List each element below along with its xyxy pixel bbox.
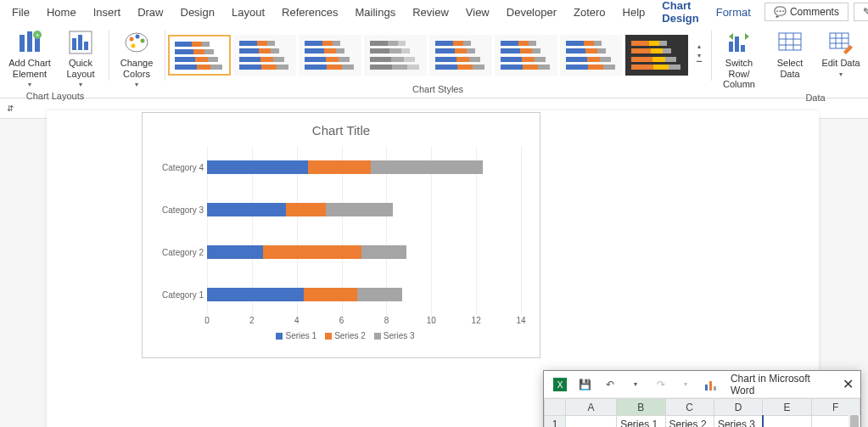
comments-label: Comments <box>790 6 839 18</box>
column-header[interactable]: C <box>665 399 714 416</box>
menu-mailings[interactable]: Mailings <box>347 2 405 23</box>
chart-bar-segment[interactable] <box>326 203 393 216</box>
data-cell[interactable]: Series 3 <box>714 416 762 428</box>
menu-design[interactable]: Design <box>172 2 223 23</box>
chart-bar-segment[interactable] <box>207 160 308 174</box>
menu-format[interactable]: Format <box>708 2 759 23</box>
menu-home[interactable]: Home <box>38 2 85 23</box>
legend-swatch <box>325 333 332 340</box>
legend-label: Series 1 <box>285 331 316 340</box>
menu-file[interactable]: File <box>3 2 38 23</box>
chart-bar-segment[interactable] <box>304 288 357 301</box>
ribbon: + Add Chart Element ▾ Quick Layout ▾ Cha… <box>0 24 868 98</box>
svg-rect-6 <box>72 38 76 50</box>
chart-x-tick: 4 <box>294 316 300 325</box>
chart-x-tick: 12 <box>472 316 481 325</box>
menu-review[interactable]: Review <box>404 2 457 23</box>
add-chart-element-button[interactable]: + Add Chart Element ▾ <box>5 27 54 90</box>
data-cell[interactable] <box>763 416 811 428</box>
svg-rect-8 <box>84 42 88 50</box>
svg-rect-16 <box>741 45 745 52</box>
select-data-button[interactable]: Select Data <box>765 27 815 81</box>
chart-style-thumb-1[interactable] <box>168 35 231 76</box>
svg-point-12 <box>141 39 145 43</box>
scrollbar-thumb[interactable] <box>850 415 859 427</box>
chart-title[interactable]: Chart Title <box>153 120 529 146</box>
svg-rect-0 <box>20 35 25 52</box>
column-header[interactable]: D <box>714 399 762 416</box>
menu-help[interactable]: Help <box>614 2 654 23</box>
menu-view[interactable]: View <box>457 2 498 23</box>
chart-style-thumb-7[interactable] <box>560 35 623 76</box>
chart-category-label: Category 4 <box>153 163 204 172</box>
undo-icon[interactable]: ↶ <box>601 375 619 394</box>
svg-rect-17 <box>779 33 801 50</box>
data-grid[interactable]: ABCDEF1Series 1Series 2Series 32Category… <box>544 398 860 427</box>
chart-style-thumb-3[interactable] <box>299 35 361 76</box>
column-header[interactable]: F <box>811 399 860 416</box>
data-sheet-titlebar[interactable]: X 💾 ↶ ▾ ↷ ▾ Chart in Microsoft Word ✕ <box>544 371 860 398</box>
legend-label: Series 3 <box>384 331 415 340</box>
close-icon[interactable]: ✕ <box>843 376 854 392</box>
chart-bar-segment[interactable] <box>263 245 361 259</box>
switch-row-column-button[interactable]: Switch Row/ Column <box>714 27 764 92</box>
chart-legend: Series 1Series 2Series 3 <box>153 329 529 340</box>
chevron-down-icon: ▾ <box>28 81 31 88</box>
chart-style-thumb-8[interactable] <box>625 35 688 76</box>
chart-bar-segment[interactable] <box>371 160 483 174</box>
chart-style-thumb-2[interactable] <box>233 35 296 76</box>
palette-icon <box>123 29 150 56</box>
quick-layout-label: Quick Layout <box>58 58 104 79</box>
data-cell[interactable]: Series 1 <box>617 416 665 428</box>
change-colors-button[interactable]: Change Colors ▾ <box>112 27 161 90</box>
editing-mode-button[interactable]: ✎ Editing ▾ <box>854 3 868 21</box>
menu-chart-design[interactable]: Chart Design <box>653 0 707 29</box>
svg-point-11 <box>136 35 140 39</box>
menu-draw[interactable]: Draw <box>129 2 171 23</box>
svg-rect-1 <box>27 31 32 52</box>
chart-icon <box>702 375 720 394</box>
chart-bar-segment[interactable] <box>207 288 304 301</box>
chart-bar-segment[interactable] <box>308 160 371 174</box>
menu-insert[interactable]: Insert <box>85 2 130 23</box>
chart-bar-segment[interactable] <box>207 203 286 216</box>
quick-layout-icon <box>67 29 94 56</box>
data-cell[interactable] <box>566 416 617 428</box>
chart-styles-more-button[interactable]: ▴▾▔ <box>691 42 708 69</box>
vertical-scrollbar[interactable] <box>848 415 860 427</box>
ribbon-group-label: Chart Styles <box>168 83 708 96</box>
data-cell[interactable]: Series 2 <box>665 416 714 428</box>
chart-style-thumb-5[interactable] <box>429 35 492 76</box>
edit-data-icon <box>827 29 854 56</box>
svg-point-10 <box>130 37 134 42</box>
column-header[interactable]: E <box>763 399 811 416</box>
chart-object[interactable]: Chart Title Category 4Category 3Category… <box>142 112 540 358</box>
redo-icon: ↷ <box>652 375 670 394</box>
menu-developer[interactable]: Developer <box>498 2 565 23</box>
comments-button[interactable]: 💬 Comments <box>764 3 848 21</box>
chart-bar-segment[interactable] <box>357 288 402 301</box>
ribbon-collapse-toggle[interactable]: ⇵ <box>7 104 14 113</box>
corner-cell[interactable] <box>545 399 566 416</box>
edit-data-button[interactable]: Edit Data ▾ <box>816 27 865 80</box>
row-header[interactable]: 1 <box>545 416 566 428</box>
chart-style-thumb-4[interactable] <box>364 35 427 76</box>
menu-zotero[interactable]: Zotero <box>565 2 614 23</box>
chart-style-thumb-6[interactable] <box>495 35 557 76</box>
ribbon-group-chart-styles: ▴▾▔ Chart Styles <box>165 25 711 98</box>
chart-bar-segment[interactable] <box>207 245 263 259</box>
chart-bar-segment[interactable] <box>361 245 406 259</box>
comment-icon: 💬 <box>774 6 787 18</box>
menu-layout[interactable]: Layout <box>223 2 273 23</box>
save-icon[interactable]: 💾 <box>576 375 595 394</box>
chart-bar-segment[interactable] <box>286 203 327 216</box>
chart-data-sheet[interactable]: X 💾 ↶ ▾ ↷ ▾ Chart in Microsoft Word ✕ AB… <box>543 370 861 427</box>
menu-references[interactable]: References <box>273 2 346 23</box>
column-header[interactable]: B <box>617 399 665 416</box>
select-data-icon <box>776 29 804 56</box>
undo-chevron-icon[interactable]: ▾ <box>626 375 645 394</box>
quick-layout-button[interactable]: Quick Layout ▾ <box>56 27 105 90</box>
chart-category-label: Category 3 <box>153 205 204 215</box>
chart-x-tick: 14 <box>516 316 525 325</box>
column-header[interactable]: A <box>566 399 617 416</box>
